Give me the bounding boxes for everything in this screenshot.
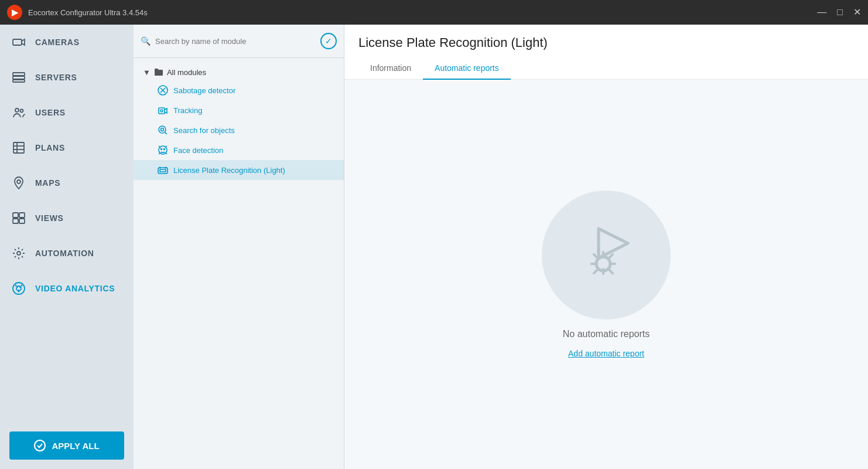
sidebar-item-maps-label: MAPS [35,178,60,188]
apply-check-icon [34,440,46,451]
sabotage-icon [157,84,169,96]
sidebar-item-automation-label: AUTOMATION [35,249,94,258]
svg-line-32 [165,132,168,135]
svg-rect-12 [13,213,18,217]
svg-point-44 [165,167,167,169]
svg-point-16 [17,252,20,255]
content-header: License Plate Recognition (Light) Inform… [344,25,868,80]
sidebar-item-plans[interactable]: PLANS [0,130,134,165]
sidebar-item-servers[interactable]: SERVERS [0,60,134,95]
servers-icon [12,70,26,84]
tree-item-search-objects[interactable]: Search for objects [134,120,344,140]
content-title: License Plate Recognition (Light) [358,35,854,50]
video-analytics-icon [12,281,26,295]
svg-rect-7 [13,142,24,153]
svg-point-43 [159,167,161,169]
sidebar-item-users[interactable]: USERS [0,95,134,130]
tree-item-lpr-label: License Plate Recognition (Light) [173,166,285,175]
tree-item-lpr[interactable]: License Plate Recognition (Light) [134,160,344,180]
svg-rect-4 [13,80,25,82]
tree-item-face-detection[interactable]: Face detection [134,140,344,160]
tree-expand-icon: ▼ [143,68,151,77]
search-confirm-button[interactable]: ✓ [320,33,337,49]
module-search-bar: 🔍 ✓ [134,25,344,58]
svg-rect-13 [19,213,25,217]
empty-label: No automatic reports [563,329,650,339]
tree-item-face-detection-label: Face detection [173,146,223,155]
search-input[interactable] [155,37,316,46]
sidebar-item-video-analytics-label: VIDEO ANALYTICS [35,284,115,293]
titlebar: ▶ Eocortex Configurator Ultra 3.4.54s — … [0,0,868,25]
sidebar-item-maps[interactable]: MAPS [0,165,134,200]
plans-icon [12,141,26,155]
app-title: Eocortex Configurator Ultra 3.4.54s [28,8,148,17]
minimize-button[interactable]: — [817,8,826,17]
svg-point-5 [15,108,19,112]
svg-point-17 [13,283,25,294]
svg-rect-29 [159,108,165,114]
module-panel: 🔍 ✓ ▼ All modules Sabotage detector [134,25,344,469]
sidebar-item-views-label: VIEWS [35,213,64,223]
app-logo: ▶ [7,5,22,20]
sidebar-item-plans-label: PLANS [35,143,65,152]
apply-all-container: APPLY ALL [9,431,124,460]
sidebar-item-cameras-label: CAMERAS [35,38,80,47]
content-body: No automatic reports Add automatic repor… [344,80,868,469]
svg-rect-3 [13,76,25,79]
empty-state-icon [542,191,671,320]
svg-point-36 [164,149,165,150]
tree-root-label: All modules [167,68,206,77]
content-panel: License Plate Recognition (Light) Inform… [344,25,868,469]
automation-icon [12,246,26,260]
svg-rect-0 [13,39,22,45]
users-icon [12,106,26,120]
sidebar-item-cameras[interactable]: CAMERAS [0,25,134,60]
maximize-button[interactable]: □ [837,8,843,17]
tab-information[interactable]: Information [358,59,423,80]
svg-point-35 [161,149,162,150]
cameras-icon [12,35,26,49]
close-button[interactable]: ✕ [853,8,861,17]
svg-point-33 [161,128,164,131]
svg-point-30 [160,110,163,112]
content-tabs: Information Automatic reports [358,59,854,79]
face-detection-icon [157,144,169,156]
add-automatic-report-link[interactable]: Add automatic report [568,349,644,358]
tab-automatic-reports[interactable]: Automatic reports [423,59,511,80]
svg-point-11 [17,180,20,183]
svg-rect-15 [19,219,25,223]
folder-icon [154,67,163,77]
lpr-icon [157,164,169,176]
svg-point-6 [20,110,23,113]
tree-item-tracking-label: Tracking [173,106,202,115]
tree-root-all-modules[interactable]: ▼ All modules [134,64,344,80]
sidebar: CAMERAS SERVERS USERS [0,25,134,469]
svg-line-38 [165,146,167,148]
svg-line-39 [159,152,160,154]
search-icon: 🔍 [141,36,151,46]
tree-item-sabotage[interactable]: Sabotage detector [134,80,344,100]
tracking-icon [157,104,169,116]
module-tree: ▼ All modules Sabotage detector [134,58,344,469]
svg-point-19 [15,285,17,287]
sidebar-item-views[interactable]: VIEWS [0,200,134,236]
svg-point-20 [21,285,23,287]
sidebar-item-servers-label: SERVERS [35,73,77,82]
sidebar-item-video-analytics[interactable]: VIDEO ANALYTICS [0,271,134,306]
sidebar-item-users-label: USERS [35,108,66,117]
svg-point-31 [159,126,166,133]
svg-rect-14 [13,219,18,223]
views-icon [12,211,26,225]
sidebar-nav: CAMERAS SERVERS USERS [0,25,134,422]
svg-rect-42 [160,169,166,172]
tree-item-sabotage-label: Sabotage detector [173,86,235,95]
tree-item-tracking[interactable]: Tracking [134,100,344,120]
search-objects-icon [157,124,169,136]
tree-item-search-objects-label: Search for objects [173,126,235,135]
maps-icon [12,176,26,190]
apply-all-button[interactable]: APPLY ALL [9,431,124,460]
svg-rect-2 [13,73,25,76]
svg-point-25 [35,440,45,451]
window-controls: — □ ✕ [817,8,861,17]
sidebar-item-automation[interactable]: AUTOMATION [0,236,134,271]
